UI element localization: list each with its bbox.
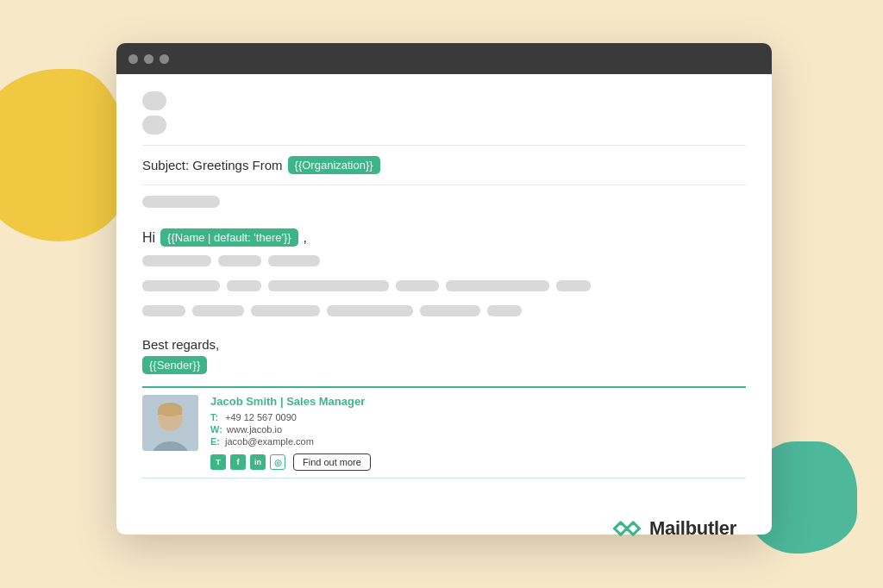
mailbutler-logo: Mailbutler	[611, 516, 736, 541]
recipients-placeholder	[142, 196, 220, 208]
divider-after-from	[142, 145, 746, 146]
hi-text: Hi	[142, 230, 155, 246]
find-out-more-button[interactable]: Find out more	[293, 454, 371, 471]
ph-2	[218, 255, 261, 266]
social-icons-row: T f in ◎ Find out more	[210, 454, 746, 471]
ph-12	[251, 305, 320, 316]
sig-email: E: jacob@example.com	[210, 436, 746, 447]
from-placeholder	[142, 116, 166, 134]
ph-4	[142, 280, 220, 291]
email-label: E:	[210, 436, 221, 447]
signature-block: Jacob Smith | Sales Manager T: +49 12 56…	[142, 386, 746, 479]
sig-name: Jacob Smith | Sales Manager	[210, 395, 746, 408]
name-tag: {{Name | default: 'there'}}	[160, 228, 298, 247]
subject-row: Subject: Greetings From {{Organization}}	[142, 156, 746, 174]
browser-titlebar	[116, 43, 772, 74]
ph-11	[192, 305, 244, 316]
traffic-dot-yellow	[144, 54, 153, 64]
svg-rect-4	[158, 410, 182, 415]
ph-6	[268, 280, 389, 291]
website-value: www.jacob.io	[227, 424, 282, 435]
browser-window: Subject: Greetings From {{Organization}}…	[116, 43, 772, 535]
signature-info: Jacob Smith | Sales Manager T: +49 12 56…	[210, 395, 746, 471]
decorative-blob-yellow	[0, 69, 129, 241]
ph-8	[446, 280, 549, 291]
subject-prefix-text: Subject: Greetings From	[142, 158, 283, 172]
twitter-icon[interactable]: T	[210, 454, 226, 470]
to-placeholder	[142, 91, 166, 110]
ph-1	[142, 255, 211, 266]
avatar-svg	[142, 395, 198, 451]
instagram-icon[interactable]: ◎	[270, 454, 285, 470]
phone-label: T:	[210, 412, 221, 422]
signature-avatar	[142, 395, 198, 451]
linkedin-icon[interactable]: in	[250, 454, 266, 470]
organization-tag: {{Organization}}	[288, 156, 380, 174]
email-content: Subject: Greetings From {{Organization}}…	[116, 74, 772, 535]
ph-3	[268, 255, 320, 266]
traffic-dot-green	[160, 54, 169, 64]
mailbutler-logo-text: Mailbutler	[649, 517, 736, 540]
email-value: jacob@example.com	[225, 436, 314, 447]
ph-7	[396, 280, 439, 291]
website-label: W:	[210, 424, 222, 435]
ph-5	[227, 280, 261, 291]
ph-15	[487, 305, 522, 316]
sig-phone: T: +49 12 567 0090	[210, 412, 746, 422]
facebook-icon[interactable]: f	[230, 454, 246, 470]
hi-row: Hi {{Name | default: 'there'}} ,	[142, 228, 746, 247]
ph-10	[142, 305, 185, 316]
phone-value: +49 12 567 0090	[225, 412, 297, 422]
ph-14	[420, 305, 480, 316]
sig-website: W: www.jacob.io	[210, 424, 746, 435]
divider-after-subject	[142, 185, 746, 185]
ph-13	[327, 305, 413, 316]
best-regards-text: Best regards,	[142, 337, 746, 352]
mailbutler-icon	[611, 516, 642, 541]
traffic-dot-red	[128, 54, 138, 64]
hi-comma: ,	[304, 230, 307, 246]
sender-tag: {{Sender}}	[142, 356, 207, 374]
ph-9	[556, 280, 591, 291]
body-placeholder-lines	[142, 255, 746, 323]
